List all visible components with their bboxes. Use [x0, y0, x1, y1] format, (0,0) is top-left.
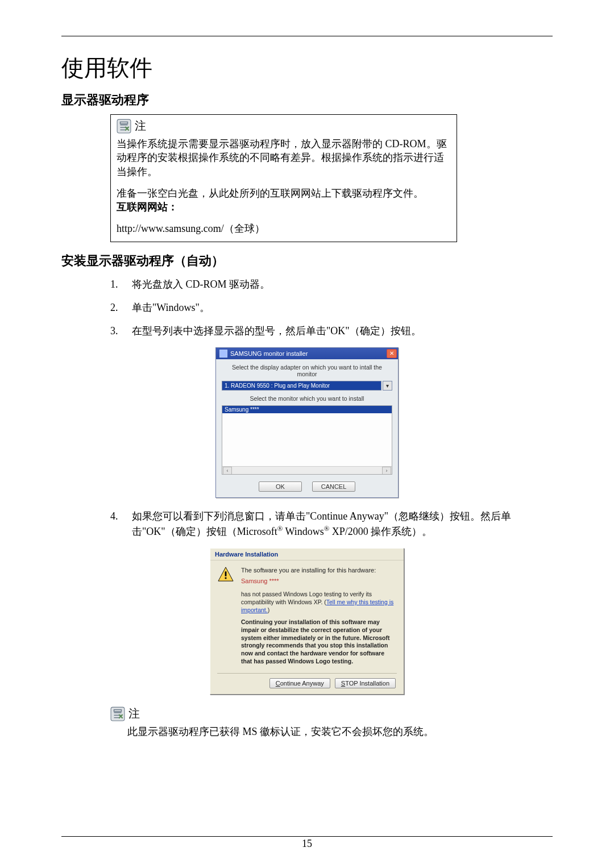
warning-line-1: The software you are installing for this…	[241, 566, 397, 575]
step-number-2: 2.	[110, 301, 122, 315]
note-icon	[117, 119, 131, 134]
scroll-right-icon[interactable]: ›	[382, 467, 391, 475]
note-internet-label: 互联网网站：	[117, 201, 178, 213]
horizontal-scrollbar[interactable]: ‹ ›	[222, 466, 392, 474]
note-paragraph-2: 准备一张空白光盘，从此处所列的互联网网站上下载驱动程序文件。	[117, 186, 451, 200]
footer-note-text: 此显示器驱动程序已获得 MS 徽标认证，安装它不会损坏您的系统。	[127, 725, 553, 738]
close-icon[interactable]: ✕	[387, 349, 397, 358]
step-text-2: 单击"Windows"。	[132, 301, 210, 315]
warning-title: Hardware Installation	[210, 549, 404, 560]
page-number: 15	[0, 838, 614, 850]
installer-dialog: SAMSUNG monitor installer ✕ Select the d…	[215, 347, 399, 498]
warning-bold-block: Continuing your installation of this sof…	[241, 618, 397, 665]
installer-instruction-2: Select the monitor which you want to ins…	[222, 395, 392, 402]
monitor-listbox[interactable]: Samsung **** ‹ ›	[222, 405, 392, 475]
step-number-4: 4.	[110, 509, 122, 538]
note-icon	[110, 707, 125, 721]
svg-rect-2	[225, 571, 227, 576]
step-text-4: 如果您可以看到下列消息窗口，请单击"Continue Anyway"（忽略继续）…	[132, 509, 553, 538]
page-title: 使用软件	[61, 52, 553, 84]
installer-title: SAMSUNG monitor installer	[230, 350, 308, 357]
cancel-button[interactable]: CANCEL	[312, 481, 355, 492]
step-text-1: 将光盘放入 CD-ROM 驱动器。	[132, 277, 270, 292]
section-monitor-driver: 显示器驱动程序	[61, 92, 553, 109]
stop-installation-button[interactable]: STOP Installation	[335, 678, 396, 688]
monitor-selected-item[interactable]: Samsung ****	[222, 406, 392, 413]
note-label: 注	[135, 118, 146, 134]
scroll-left-icon[interactable]: ‹	[223, 467, 232, 475]
section-install-auto: 安装显示器驱动程序（自动）	[61, 252, 553, 269]
adapter-dropdown[interactable]: 1. RADEON 9550 : Plug and Play Monitor	[222, 381, 381, 391]
chevron-down-icon[interactable]: ▾	[383, 381, 392, 391]
top-rule	[61, 36, 553, 36]
bottom-rule	[61, 836, 553, 837]
warning-device-name: Samsung ****	[241, 577, 397, 585]
svg-rect-0	[117, 119, 131, 133]
note-paragraph-1: 当操作系统提示需要显示器驱动程序时，放入显示器附带的 CD-ROM。驱动程序的安…	[117, 137, 451, 178]
installer-instruction-1: Select the display adapter on which you …	[222, 364, 392, 377]
note-box: 注 当操作系统提示需要显示器驱动程序时，放入显示器附带的 CD-ROM。驱动程序…	[110, 114, 457, 242]
footer-note-label: 注	[128, 706, 140, 721]
continue-anyway-button[interactable]: Continue Anyway	[269, 678, 330, 688]
svg-rect-4	[111, 707, 125, 721]
svg-rect-3	[225, 577, 227, 579]
hardware-warning-dialog: Hardware Installation The software you a…	[210, 548, 404, 695]
ok-button[interactable]: OK	[259, 481, 302, 492]
warning-icon	[217, 566, 234, 582]
step-number-3: 3.	[110, 324, 122, 338]
step-number-1: 1.	[110, 277, 122, 292]
step-text-3: 在型号列表中选择显示器的型号，然后单击"OK"（确定）按钮。	[132, 324, 421, 338]
window-icon	[219, 350, 227, 358]
note-url: http://www.samsung.com/（全球）	[117, 222, 451, 235]
warning-line-2: has not passed Windows Logo testing to v…	[241, 591, 397, 614]
